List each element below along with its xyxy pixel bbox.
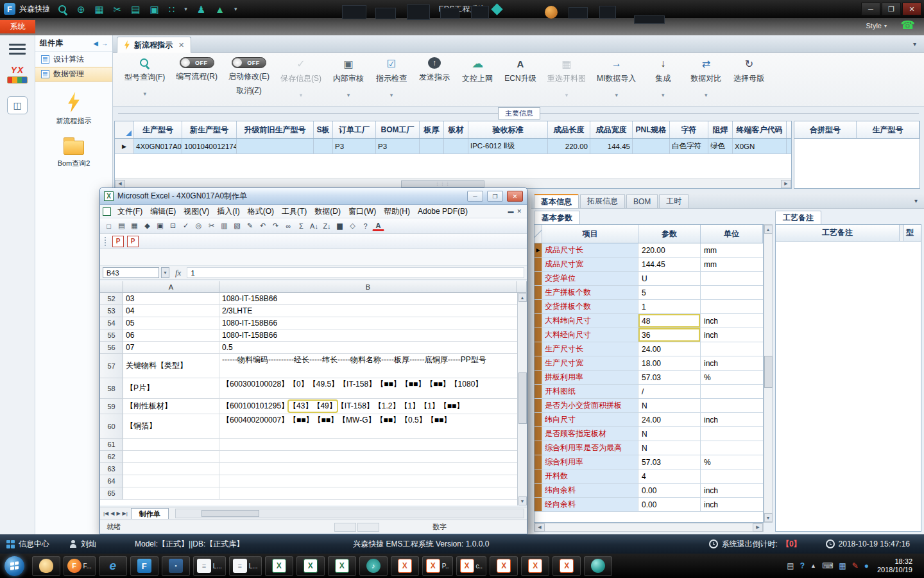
param-item[interactable]: 开料图纸 [542, 385, 638, 398]
param-value[interactable]: 48 [638, 314, 701, 328]
param-item[interactable]: 大料经向尺寸 [542, 328, 638, 342]
taskbar-item-excel-orange-11[interactable]: X [391, 556, 419, 576]
excel-cell-B57[interactable]: ------物料编码----------经长-----纬长-----物料名称--… [219, 354, 517, 378]
grid-data-row[interactable]: ▶4X0GN017A010010400121747P3P3IPC-6012 Ⅱ级… [115, 139, 791, 154]
param-value[interactable]: N [638, 399, 701, 412]
param-item[interactable]: 纬向余料 [542, 484, 638, 497]
param-unit[interactable] [701, 300, 763, 313]
ribbon-button-4[interactable]: 内部审核▾ [332, 57, 364, 98]
brush-icon[interactable]: ✎ [852, 561, 859, 570]
tab-new-process-instruction[interactable]: 新流程指示 ✕ [117, 37, 191, 53]
caret-down-icon[interactable]: ▾ [390, 92, 393, 98]
sidebar-item-0[interactable]: 设计算法 [35, 52, 112, 67]
taskbar-item-excel-orange-14[interactable]: X [490, 556, 518, 576]
param-item[interactable]: 纬向尺寸 [542, 413, 638, 426]
ribbon-button-13[interactable]: 选择母版 [733, 57, 765, 84]
param-unit[interactable] [701, 427, 763, 441]
param-value[interactable]: 57.03 [638, 371, 701, 384]
param-unit[interactable]: mm [701, 243, 763, 257]
scroll-thumb[interactable] [518, 372, 527, 424]
grid-cell-13[interactable]: 绿色 [708, 139, 733, 153]
ribbon-button-3[interactable]: 保存信息(S)▾ [280, 57, 321, 98]
caret-down-icon[interactable]: ▾ [184, 6, 187, 12]
spelling-icon[interactable]: ✓ [180, 220, 192, 232]
column-header-14[interactable]: 终端客户代码 [733, 121, 787, 138]
param-value[interactable]: N [638, 441, 701, 455]
param-item[interactable]: 经向余料 [542, 498, 638, 511]
scroll-thumb[interactable]: ⋮⋮⋮ [401, 180, 484, 188]
excel-titlebar[interactable]: X Microsoft Excel - 4X0GN017A0制作单 ─ ❐ ✕ [100, 188, 527, 205]
network-icon[interactable]: ● [864, 561, 869, 570]
excel-cell-A54[interactable]: 05 [123, 317, 219, 329]
excel-cell-A55[interactable]: 06 [123, 329, 219, 342]
formula-bar[interactable]: 1 [187, 267, 524, 278]
excel-cell-A60[interactable]: 【铜箔】 [123, 414, 219, 439]
param-col-unit[interactable]: 单位 [701, 225, 763, 243]
column-header-5[interactable]: BOM工厂 [376, 121, 420, 138]
panel-caret-down-icon[interactable]: ▾ [914, 197, 918, 204]
scroll-down-icon[interactable]: ▼ [518, 496, 527, 505]
scroll-down-icon[interactable]: ▼ [764, 513, 773, 522]
excel-cell-B60[interactable]: 【600400200007】【■■】【■■】【MW-G】【■■】【0.5】【■■… [219, 414, 517, 439]
new-icon[interactable]: □ [103, 220, 115, 232]
param-item[interactable]: 综合利用率 [542, 455, 638, 469]
info-center[interactable]: 信息中心 [6, 539, 49, 550]
copy-icon[interactable]: ▣ [150, 4, 159, 14]
taskbar-item-ie-2[interactable]: e [99, 556, 127, 576]
row-number[interactable]: 61 [100, 439, 123, 451]
tabstrip-caret-down-icon[interactable]: ▾ [913, 40, 916, 48]
workbook-minimize-icon[interactable]: ▬ [508, 208, 513, 215]
autosum-icon[interactable]: Σ [295, 220, 307, 232]
param-unit[interactable]: % [701, 371, 763, 384]
excel-menu-1[interactable]: 编辑(E) [146, 206, 180, 218]
taskbar-item-excel-orange-15[interactable]: X [521, 556, 549, 576]
column-header-a[interactable]: A [123, 281, 219, 293]
excel-menu-4[interactable]: 格式(O) [244, 206, 278, 218]
workbook-close-icon[interactable]: ✕ [517, 208, 522, 215]
param-unit[interactable] [701, 399, 763, 412]
paste-icon[interactable]: ▧ [231, 220, 243, 232]
grid-cell-10[interactable]: 144.45 [590, 139, 633, 153]
permission-icon[interactable]: ◆ [141, 220, 153, 232]
excel-menu-6[interactable]: 数据(D) [311, 206, 345, 218]
user-icon[interactable]: ♟ [197, 4, 205, 14]
column-header-13[interactable]: 阻焊 [708, 121, 733, 138]
excel-window[interactable]: X Microsoft Excel - 4X0GN017A0制作单 ─ ❐ ✕ … [99, 188, 527, 534]
cut-icon[interactable]: ✂ [205, 220, 218, 232]
row-number[interactable]: 58 [100, 378, 123, 399]
param-item[interactable]: 生产拼板个数 [542, 286, 638, 299]
scroll-up-icon[interactable]: ▲ [764, 225, 773, 234]
excel-cell-A65[interactable] [123, 487, 219, 500]
tab-3[interactable]: 工时 [659, 194, 689, 208]
param-col-item[interactable]: 项目 [542, 225, 638, 243]
param-unit[interactable] [701, 385, 763, 398]
scroll-thumb[interactable] [764, 356, 773, 388]
param-value[interactable]: 57.03 [638, 455, 701, 469]
param-item[interactable]: 综合利用率是否为最高 [542, 441, 638, 455]
row-number[interactable]: 55 [100, 329, 123, 342]
excel-cell-A64[interactable] [123, 475, 219, 487]
last-sheet-icon[interactable]: ▶| [123, 511, 128, 516]
excel-cell-B54[interactable]: 1080-IT-158B66 [219, 317, 517, 329]
scroll-right-icon[interactable]: ▶ [753, 523, 763, 532]
chart-icon[interactable]: ▲ [215, 4, 225, 14]
scroll-left-icon[interactable]: ◀ [535, 523, 545, 532]
excel-cell-A57[interactable]: 关键物料【类型】 [123, 354, 219, 378]
param-unit[interactable]: inch [701, 413, 763, 426]
param-hscrollbar[interactable]: ◀ ▶ [534, 523, 764, 532]
param-unit[interactable] [701, 469, 763, 483]
restore-button[interactable]: ❐ [882, 3, 901, 15]
excel-menu-9[interactable]: Adobe PDF(B) [414, 206, 472, 216]
right-column-header-0[interactable]: 合拼型号 [794, 121, 857, 138]
row-number[interactable]: 64 [100, 475, 123, 487]
grid-hscrollbar[interactable]: ◀ ⋮⋮⋮ ▶ [115, 179, 791, 188]
taskbar-item-media-10[interactable]: ♪ [359, 556, 388, 576]
minimize-button[interactable]: ─ [861, 3, 880, 15]
row-number[interactable]: 56 [100, 342, 123, 354]
grid-cell-8[interactable]: IPC-6012 Ⅱ级 [468, 139, 548, 153]
excel-cell-A53[interactable]: 04 [123, 305, 219, 317]
printer-icon[interactable]: ▤ [787, 561, 794, 570]
pdf-email-icon[interactable]: P [127, 236, 139, 247]
redo-icon[interactable]: ↷ [270, 220, 282, 232]
system-tab[interactable]: 系统 [0, 20, 35, 33]
